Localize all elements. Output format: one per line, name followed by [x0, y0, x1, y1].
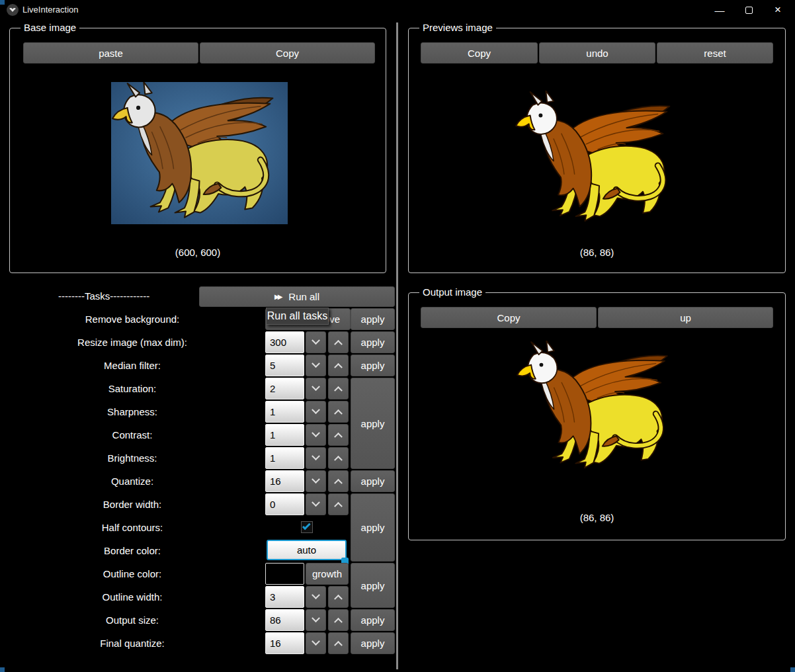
chevron-up-icon [334, 386, 343, 395]
chevron-down-icon [312, 498, 320, 507]
spin-up-button[interactable] [328, 424, 349, 446]
chevron-up-icon [334, 363, 343, 372]
quantize-input[interactable]: 16 [265, 470, 304, 492]
apply-label: apply [361, 418, 385, 429]
maximize-button[interactable] [734, 0, 763, 20]
spin-up-button[interactable] [328, 401, 349, 423]
spin-up-button[interactable] [328, 378, 349, 399]
run-all-button[interactable]: ▶▶ Run all [199, 286, 395, 307]
spin-up-button[interactable] [328, 632, 349, 654]
chevron-up-icon [334, 456, 343, 464]
apply-label: apply [361, 360, 385, 371]
copy-preview-button[interactable]: Copy [421, 42, 538, 63]
chevron-up-icon [334, 641, 343, 650]
task-row-outline-width: Outline width: 3 [0, 586, 397, 608]
apply-label: apply [361, 614, 385, 626]
apply-resize-button[interactable]: apply [351, 331, 395, 353]
apply-median-button[interactable]: apply [351, 355, 395, 376]
previews-image-group: Previews image Copy undo reset (86, 86) [408, 28, 786, 273]
task-row-output-size: Output size: 86 apply [0, 609, 397, 631]
spin-up-button[interactable] [328, 609, 349, 631]
final-quantize-input[interactable]: 16 [265, 632, 304, 654]
row-label: Border color: [0, 540, 265, 562]
up-button[interactable]: up [598, 307, 773, 328]
check-icon [302, 522, 311, 530]
chevron-down-icon [312, 405, 320, 414]
spin-down-button[interactable] [306, 609, 326, 631]
output-size-input[interactable]: 86 [265, 609, 304, 631]
task-row-border-color: Border color: auto [0, 540, 397, 562]
previews-image-legend: Previews image [419, 22, 496, 33]
spin-down-button[interactable] [306, 424, 326, 446]
spin-down-button[interactable] [306, 632, 326, 654]
spin-down-button[interactable] [306, 586, 326, 608]
spin-up-button[interactable] [328, 355, 349, 376]
border-width-input[interactable]: 0 [265, 493, 304, 515]
spin-up-button[interactable] [328, 470, 349, 492]
apply-remove-button[interactable]: apply [351, 308, 395, 330]
outline-width-input[interactable]: 3 [265, 586, 304, 608]
saturation-input[interactable]: 2 [265, 378, 304, 399]
sharpness-input[interactable]: 1 [265, 401, 304, 423]
resize-grip[interactable] [790, 667, 795, 672]
half-contours-checkbox[interactable] [301, 521, 313, 533]
task-row-quantize: Quantize: 16 apply [0, 470, 397, 492]
reset-button[interactable]: reset [657, 42, 773, 63]
spin-up-button[interactable] [328, 331, 349, 353]
preview-image-canvas [515, 91, 684, 228]
apply-output-size-button[interactable]: apply [351, 609, 395, 631]
apply-final-quantize-button[interactable]: apply [351, 632, 395, 654]
apply-label: apply [361, 638, 385, 649]
spin-down-button[interactable] [306, 470, 326, 492]
output-image-canvas [516, 341, 681, 474]
spin-down-button[interactable] [306, 378, 326, 399]
spin-down-button[interactable] [306, 447, 326, 469]
chevron-down-icon [312, 359, 320, 368]
spin-up-button[interactable] [328, 586, 349, 608]
copy-output-button[interactable]: Copy [421, 307, 597, 328]
spin-down-button[interactable] [306, 331, 326, 353]
run-all-label: Run all [288, 291, 319, 302]
row-label: Border width: [0, 493, 265, 515]
chevron-down-icon [312, 382, 320, 391]
row-label: Median filter: [0, 355, 265, 376]
undo-button-label: undo [586, 48, 608, 59]
chevron-down-icon [312, 475, 320, 483]
tasks-panel: --------Tasks------------ ▶▶ Run all Rem… [0, 0, 397, 672]
undo-button[interactable]: undo [539, 42, 655, 63]
run-all-tooltip: Run all tasks [266, 308, 329, 325]
spin-down-button[interactable] [306, 493, 326, 515]
spin-up-button[interactable] [328, 447, 349, 469]
auto-button-label: auto [297, 544, 316, 556]
median-input[interactable]: 5 [265, 355, 304, 376]
apply-adjustments-button[interactable]: apply [351, 378, 395, 469]
output-image-group: Output image Copy up (86, 86) [408, 292, 786, 540]
row-label: Saturation: [0, 378, 265, 399]
task-row-resize: Resize image (max dim): 300 apply [0, 331, 397, 353]
apply-outline-button[interactable]: apply [351, 563, 395, 608]
spin-down-button[interactable] [306, 401, 326, 423]
maximize-icon [745, 7, 753, 14]
copy-button-label: Copy [468, 48, 491, 59]
task-row-border-width: Border width: 0 [0, 493, 397, 515]
preview-image-size: (86, 86) [409, 247, 785, 258]
chevron-down-icon [312, 637, 320, 646]
apply-border-button[interactable]: apply [351, 493, 395, 562]
apply-quantize-button[interactable]: apply [351, 470, 395, 492]
spin-down-button[interactable] [306, 355, 326, 376]
apply-label: apply [361, 522, 385, 533]
row-label: Final quantize: [0, 632, 265, 654]
outline-color-swatch[interactable] [265, 563, 304, 585]
chevron-down-icon [312, 452, 320, 460]
growth-button[interactable]: growth [306, 563, 349, 585]
minimize-button[interactable]: — [705, 0, 734, 20]
brightness-input[interactable]: 1 [265, 447, 304, 469]
spin-up-button[interactable] [328, 493, 349, 515]
contrast-input[interactable]: 1 [265, 424, 304, 446]
resize-input[interactable]: 300 [265, 331, 304, 353]
close-button[interactable]: × [763, 0, 792, 20]
apply-label: apply [361, 314, 385, 325]
chevron-up-icon [334, 340, 343, 349]
task-row-contrast: Contrast: 1 [0, 424, 397, 446]
border-color-auto-button[interactable]: auto [267, 540, 347, 560]
